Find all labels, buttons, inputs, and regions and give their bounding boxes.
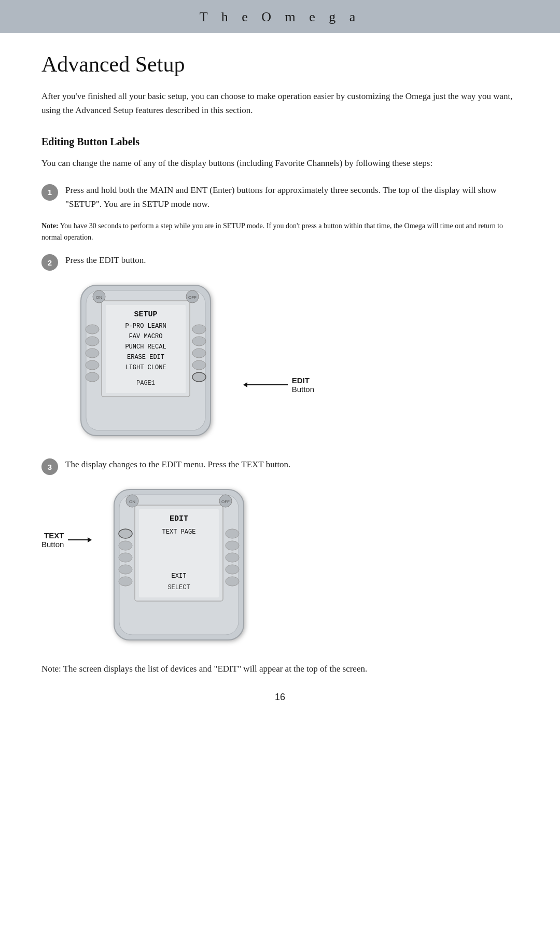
text-callout-label: TEXT <box>41 531 64 540</box>
svg-point-44 <box>226 553 239 562</box>
svg-text:PAGE1: PAGE1 <box>136 380 155 387</box>
step-number-1: 1 <box>41 184 58 201</box>
callout-text: EDIT Button <box>292 376 314 394</box>
svg-point-17 <box>86 348 99 358</box>
intro-text: After you've finished all your basic set… <box>41 89 519 117</box>
svg-point-21 <box>192 337 206 346</box>
step-2: 2 Press the EDIT button. <box>41 253 519 271</box>
step-3-text: The display changes to the EDIT menu. Pr… <box>65 457 290 471</box>
svg-point-40 <box>119 565 132 574</box>
remote2-svg: EDIT TEXT PAGE EXIT SELECT ON OFF <box>99 484 259 645</box>
text-callout: TEXT Button <box>41 531 89 549</box>
svg-text:TEXT  PAGE: TEXT PAGE <box>162 528 196 536</box>
svg-text:OFF: OFF <box>221 499 230 504</box>
svg-point-39 <box>119 553 132 562</box>
svg-point-22 <box>192 348 206 358</box>
svg-text:P-PRO LEARN: P-PRO LEARN <box>125 323 166 330</box>
step-1: 1 Press and hold both the MAIN and ENT (… <box>41 183 519 211</box>
svg-point-20 <box>192 325 206 334</box>
svg-point-41 <box>119 577 132 586</box>
bottom-note: Note: The screen displays the list of de… <box>41 662 519 676</box>
svg-text:SETUP: SETUP <box>134 310 157 319</box>
callout-edit-label: EDIT <box>292 376 314 385</box>
remote1-wrapper: SETUP P-PRO LEARN FAV MACRO PUNCH RECAL … <box>65 280 226 443</box>
svg-point-37 <box>119 529 132 538</box>
svg-text:PUNCH RECAL: PUNCH RECAL <box>125 343 166 351</box>
svg-point-42 <box>226 529 239 538</box>
step-1-text: Press and hold both the MAIN and ENT (En… <box>65 183 519 211</box>
svg-point-24 <box>192 372 206 382</box>
page-content: Advanced Setup After you've finished all… <box>0 52 560 734</box>
step-number-2: 2 <box>41 254 58 271</box>
note-text: Note: You have 30 seconds to perform a s… <box>41 220 519 243</box>
step-3: 3 The display changes to the EDIT menu. … <box>41 457 519 475</box>
callout-line <box>246 384 288 385</box>
text-callout-labels: TEXT Button <box>41 531 64 549</box>
svg-text:FAV   MACRO: FAV MACRO <box>129 333 163 340</box>
text-callout-block: TEXT Button <box>41 484 93 549</box>
svg-text:ON: ON <box>129 499 135 504</box>
step-2-text: Press the EDIT button. <box>65 253 146 267</box>
svg-text:OFF: OFF <box>188 295 197 300</box>
page-title: Advanced Setup <box>41 52 519 77</box>
page-number: 16 <box>41 692 519 703</box>
callout-button-label: Button <box>292 385 314 394</box>
note-bold: Note: <box>41 222 59 230</box>
arrow-head <box>243 382 247 387</box>
svg-point-18 <box>86 360 99 370</box>
svg-text:ERASE  EDIT: ERASE EDIT <box>127 354 164 361</box>
svg-text:EDIT: EDIT <box>170 514 188 523</box>
text-button-label: Button <box>41 540 64 549</box>
svg-text:LIGHT CLONE: LIGHT CLONE <box>125 364 166 371</box>
edit-callout: EDIT Button <box>246 376 314 394</box>
remote1-container: SETUP P-PRO LEARN FAV MACRO PUNCH RECAL … <box>65 280 519 443</box>
svg-point-46 <box>226 577 239 586</box>
svg-text:EXIT: EXIT <box>172 573 187 580</box>
remote2-container: TEXT Button EDIT TEXT PAGE <box>41 484 519 647</box>
remote2-wrapper: EDIT TEXT PAGE EXIT SELECT ON OFF <box>99 484 259 647</box>
svg-point-38 <box>119 541 132 550</box>
text-callout-line <box>68 539 89 540</box>
svg-point-43 <box>226 541 239 550</box>
section-heading: Editing Button Labels <box>41 136 519 148</box>
svg-text:SELECT: SELECT <box>167 584 190 591</box>
remote1-svg: SETUP P-PRO LEARN FAV MACRO PUNCH RECAL … <box>65 280 226 441</box>
svg-point-23 <box>192 360 206 370</box>
svg-point-45 <box>226 565 239 574</box>
svg-point-16 <box>86 337 99 346</box>
text-arrow-head <box>88 537 92 542</box>
step-number-3: 3 <box>41 458 58 475</box>
section-intro: You can change the name of any of the di… <box>41 156 519 170</box>
svg-point-19 <box>86 372 99 382</box>
note-body: You have 30 seconds to perform a step wh… <box>41 222 503 241</box>
header-title: T h e O m e g a <box>0 9 560 25</box>
svg-point-15 <box>86 325 99 334</box>
svg-text:ON: ON <box>96 295 102 300</box>
header-bar: T h e O m e g a <box>0 0 560 33</box>
